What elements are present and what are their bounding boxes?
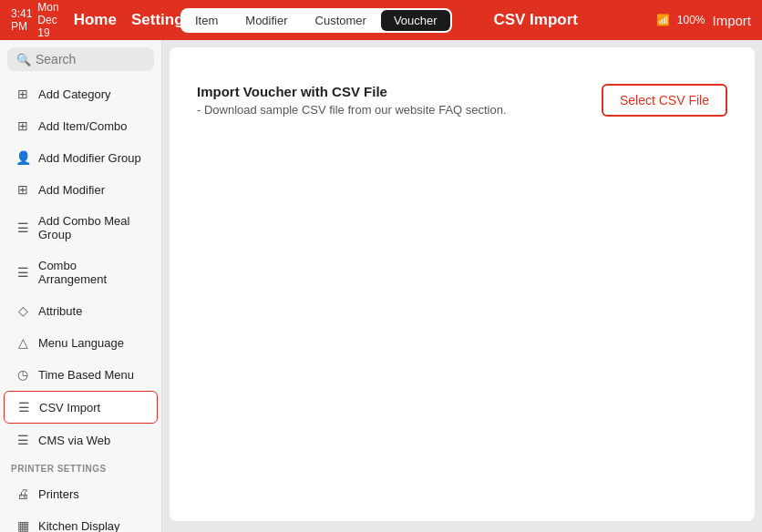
tab-customer[interactable]: Customer (303, 10, 379, 31)
add-item-combo-icon: ⊞ (15, 118, 31, 133)
top-bar-left: 3:41 PM Mon Dec 19 Home Settings (11, 1, 173, 39)
sidebar-item-label: Add Item/Combo (38, 119, 128, 133)
search-box[interactable]: 🔍 (7, 47, 154, 71)
home-nav[interactable]: Home (74, 11, 117, 29)
sidebar-item-attribute[interactable]: ◇ Attribute (4, 295, 158, 326)
combo-arrangement-icon: ☰ (15, 265, 31, 280)
printers-icon: 🖨 (15, 486, 31, 501)
status-area: 3:41 PM Mon Dec 19 (11, 1, 59, 39)
import-button[interactable]: Import (712, 13, 751, 28)
printer-settings-label: PRINTER SETTINGS (0, 456, 161, 477)
kitchen-display-icon: ▦ (15, 518, 31, 532)
status-date: Mon Dec 19 (37, 1, 58, 39)
battery-indicator: 100% (677, 14, 705, 26)
sidebar: 🔍 ⊞ Add Category ⊞ Add Item/Combo 👤 Add … (0, 40, 162, 532)
sidebar-item-cms-via-web[interactable]: ☰ CMS via Web (4, 425, 158, 455)
add-category-icon: ⊞ (15, 87, 31, 101)
sidebar-item-label: Add Modifier (38, 183, 105, 197)
wifi-icon: 📶 (656, 14, 670, 26)
sidebar-item-menu-language[interactable]: △ Menu Language (4, 327, 158, 358)
tab-item[interactable]: Item (182, 10, 231, 31)
search-icon: 🔍 (16, 53, 31, 66)
add-modifier-icon: ⊞ (15, 182, 31, 197)
top-bar: 3:41 PM Mon Dec 19 Home Settings Item Mo… (0, 0, 762, 40)
csv-import-icon: ☰ (15, 400, 32, 414)
sidebar-item-label: Printers (38, 487, 79, 501)
main-layout: 🔍 ⊞ Add Category ⊞ Add Item/Combo 👤 Add … (0, 40, 762, 532)
sidebar-item-kitchen-display[interactable]: ▦ Kitchen Display (4, 510, 158, 532)
sidebar-item-label: CMS via Web (38, 434, 110, 447)
content-area: Import Voucher with CSV File - Download … (162, 40, 762, 532)
sidebar-item-label: Menu Language (38, 336, 124, 350)
page-title: CSV Import (416, 11, 656, 29)
add-combo-meal-group-icon: ☰ (15, 220, 31, 235)
cms-via-web-icon: ☰ (15, 433, 31, 447)
add-modifier-group-icon: 👤 (15, 150, 31, 165)
sidebar-item-csv-import[interactable]: ☰ CSV Import (4, 391, 158, 424)
sidebar-item-label: Attribute (38, 304, 82, 318)
sidebar-item-add-modifier-group[interactable]: 👤 Add Modifier Group (4, 142, 158, 173)
sidebar-item-label: Add Modifier Group (38, 151, 141, 165)
attribute-icon: ◇ (15, 303, 31, 318)
sidebar-item-add-combo-meal-group[interactable]: ☰ Add Combo Meal Group (4, 206, 158, 250)
sidebar-item-add-modifier[interactable]: ⊞ Add Modifier (4, 174, 158, 205)
sidebar-item-combo-arrangement[interactable]: ☰ Combo Arrangement (4, 251, 158, 294)
sidebar-item-time-based-menu[interactable]: ◷ Time Based Menu (4, 359, 158, 390)
search-input[interactable] (36, 52, 145, 66)
time-based-menu-icon: ◷ (15, 367, 31, 382)
sidebar-item-label: Add Combo Meal Group (38, 214, 147, 241)
sidebar-item-add-category[interactable]: ⊞ Add Category (4, 78, 158, 109)
sidebar-item-label: Time Based Menu (38, 368, 134, 382)
menu-language-icon: △ (15, 335, 31, 350)
sidebar-item-label: CSV Import (39, 401, 100, 414)
status-time: 3:41 PM (11, 7, 32, 33)
sidebar-item-label: Combo Arrangement (38, 259, 147, 286)
sidebar-item-add-item-combo[interactable]: ⊞ Add Item/Combo (4, 110, 158, 141)
import-section: Import Voucher with CSV File - Download … (197, 75, 727, 117)
tab-bar: Item Modifier Customer Voucher (180, 8, 452, 33)
sidebar-item-label: Kitchen Display (38, 519, 120, 533)
sidebar-item-printers[interactable]: 🖨 Printers (4, 478, 158, 509)
select-csv-button[interactable]: Select CSV File (602, 84, 727, 117)
sidebar-item-label: Add Category (38, 87, 111, 101)
import-title: Import Voucher with CSV File (197, 84, 507, 99)
content-card: Import Voucher with CSV File - Download … (170, 47, 755, 521)
tab-modifier[interactable]: Modifier (232, 10, 300, 31)
import-info: Import Voucher with CSV File - Download … (197, 84, 507, 117)
import-subtitle: - Download sample CSV file from our webs… (197, 103, 507, 117)
